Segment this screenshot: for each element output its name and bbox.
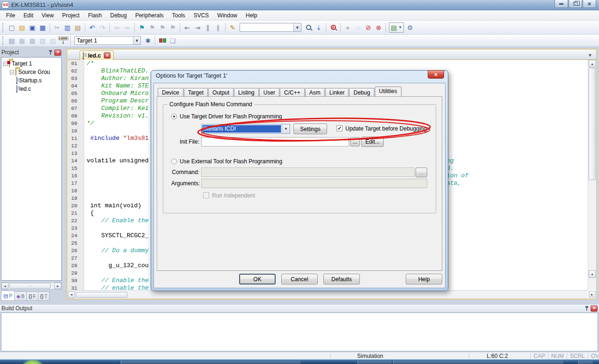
- update-target-checkbox[interactable]: ✓: [336, 125, 343, 131]
- tree-item-led-c[interactable]: led.c: [1, 85, 61, 93]
- scrollbar-thumb[interactable]: [589, 68, 596, 180]
- project-horizontal-scrollbar[interactable]: ◂ ⋯ ▸: [1, 282, 62, 290]
- use-external-tool-radio[interactable]: [171, 159, 177, 164]
- cancel-button[interactable]: Cancel: [281, 274, 318, 284]
- navigate-forward-icon[interactable]: ⇨: [122, 22, 132, 33]
- pin-icon[interactable]: [49, 50, 52, 55]
- redo-icon[interactable]: ↷: [97, 22, 108, 33]
- use-target-driver-radio[interactable]: [171, 114, 177, 119]
- dialog-tab-linker[interactable]: Linker: [325, 88, 349, 96]
- minimize-button[interactable]: [555, 0, 568, 8]
- save-icon[interactable]: ▣: [27, 22, 37, 33]
- books-tab[interactable]: ◈B: [15, 291, 27, 301]
- dialog-tab-asm[interactable]: Asm: [305, 88, 325, 96]
- rebuild-all-icon[interactable]: ▩: [27, 36, 37, 46]
- pin-icon[interactable]: [585, 306, 589, 311]
- settings-button[interactable]: Settings: [293, 124, 327, 134]
- undo-icon[interactable]: ↶: [87, 22, 97, 33]
- ok-button[interactable]: OK: [239, 274, 276, 284]
- menu-item-window[interactable]: Window: [213, 11, 241, 20]
- dialog-close-button[interactable]: ✕: [428, 70, 444, 79]
- bookmark-previous-icon[interactable]: ⚑: [147, 22, 157, 33]
- dialog-tab-target[interactable]: Target: [184, 88, 208, 96]
- scroll-right-icon[interactable]: ▸: [588, 290, 596, 298]
- menu-item-edit[interactable]: Edit: [19, 11, 37, 20]
- menu-item-file[interactable]: File: [2, 11, 19, 20]
- dialog-tab-listing[interactable]: Listing: [234, 88, 259, 96]
- taskbar-button[interactable]: [121, 361, 301, 364]
- bookmark-toggle-icon[interactable]: ⚑: [137, 22, 147, 33]
- find-text-combo[interactable]: ▼: [240, 23, 301, 32]
- restore-button[interactable]: [569, 0, 582, 8]
- scroll-down-icon[interactable]: ▾: [589, 270, 596, 278]
- toolbar-grip[interactable]: [2, 23, 5, 32]
- enable-breakpoint-icon[interactable]: ○: [353, 22, 363, 33]
- dialog-tab-user[interactable]: User: [259, 88, 279, 96]
- menu-item-project[interactable]: Project: [58, 11, 84, 20]
- tab-list-dropdown-icon[interactable]: ▼: [586, 51, 594, 58]
- templates-tab[interactable]: {}T: [38, 291, 50, 301]
- configure-tools-icon[interactable]: ⚙: [405, 22, 415, 33]
- defaults-button[interactable]: Defaults: [323, 274, 360, 284]
- menu-item-tools[interactable]: Tools: [168, 11, 190, 20]
- close-button[interactable]: ✕: [583, 0, 596, 8]
- dialog-tab-output[interactable]: Output: [208, 88, 234, 96]
- menu-item-svcs[interactable]: SVCS: [190, 11, 213, 20]
- taskbar-button[interactable]: [393, 361, 564, 364]
- open-file-icon[interactable]: ▤: [17, 22, 27, 33]
- bookmark-clear-all-icon[interactable]: ⚑: [168, 22, 178, 33]
- scroll-left-icon[interactable]: ◂: [1, 283, 8, 289]
- dialog-tab-utilities[interactable]: Utilities: [375, 87, 402, 96]
- flash-driver-select[interactable]: Stellaris ICDI ▼: [201, 124, 290, 134]
- target-select-combo[interactable]: Target 1▼: [74, 36, 141, 45]
- menu-item-help[interactable]: Help: [241, 11, 262, 20]
- cut-icon[interactable]: ✂: [52, 22, 62, 33]
- tree-expand-icon[interactable]: −: [10, 70, 14, 74]
- build-target-icon[interactable]: ▦: [17, 36, 27, 46]
- tree-item-source-group[interactable]: −Source Grou: [1, 68, 61, 76]
- menu-item-peripherals[interactable]: Peripherals: [131, 11, 168, 20]
- project-panel-close-icon[interactable]: ✕: [54, 50, 61, 56]
- build-output-close-icon[interactable]: ✕: [591, 306, 598, 312]
- find-in-files-book-icon[interactable]: ✎: [227, 22, 238, 33]
- scroll-right-icon[interactable]: ▸: [54, 283, 61, 289]
- debug-window-layout-icon[interactable]: ▤▼: [389, 22, 404, 33]
- dialog-tab-debug[interactable]: Debug: [349, 88, 374, 96]
- navigate-back-icon[interactable]: ⇦: [112, 22, 122, 33]
- project-tab[interactable]: ▤P: [1, 291, 15, 301]
- translate-file-icon[interactable]: ▤: [7, 36, 17, 46]
- init-file-input[interactable]: [201, 137, 349, 146]
- init-file-edit-button[interactable]: Edit...: [361, 137, 384, 147]
- manage-run-time-environment-icon[interactable]: [157, 36, 168, 46]
- taskbar-button[interactable]: [578, 361, 593, 364]
- paste-icon[interactable]: ▤: [73, 22, 83, 33]
- kill-all-breakpoints-icon[interactable]: ⊗: [373, 22, 384, 33]
- batch-build-icon[interactable]: ▧: [37, 36, 48, 46]
- init-file-browse-button[interactable]: ...: [350, 137, 360, 146]
- taskbar-button[interactable]: [358, 361, 392, 364]
- disable-all-breakpoints-icon[interactable]: ⊘: [363, 22, 373, 33]
- scrollbar-thumb[interactable]: [76, 292, 127, 298]
- window-arrange-icon[interactable]: ❏: [168, 36, 178, 46]
- menu-item-debug[interactable]: Debug: [106, 11, 131, 20]
- dialog-tab-device[interactable]: Device: [158, 88, 183, 96]
- copy-icon[interactable]: ▥: [62, 22, 73, 33]
- options-for-target-icon[interactable]: ✱: [143, 36, 153, 46]
- find-in-files-icon[interactable]: [303, 22, 314, 33]
- scroll-left-icon[interactable]: ◂: [68, 291, 75, 298]
- editor-horizontal-scrollbar[interactable]: ◂: [67, 290, 588, 298]
- editor-tab-led-c[interactable]: led.c ✕: [80, 51, 114, 60]
- scrollbar-thumb[interactable]: ⋯: [9, 283, 51, 289]
- insert-breakpoint-icon[interactable]: ●: [343, 22, 353, 33]
- chevron-down-icon[interactable]: ▼: [293, 23, 301, 31]
- menu-item-view[interactable]: View: [37, 11, 58, 20]
- scroll-up-icon[interactable]: ▴: [589, 60, 596, 67]
- find-icon[interactable]: d: [328, 22, 338, 33]
- new-file-icon[interactable]: ▢: [7, 22, 17, 33]
- comment-selection-icon[interactable]: ∥: [203, 22, 213, 33]
- chevron-down-icon[interactable]: ▼: [282, 124, 290, 133]
- bookmark-next-icon[interactable]: ⚑: [157, 22, 168, 33]
- toolbar-grip[interactable]: [2, 36, 5, 45]
- outdent-icon[interactable]: ⇤: [182, 22, 192, 33]
- menu-item-flash[interactable]: Flash: [84, 11, 106, 20]
